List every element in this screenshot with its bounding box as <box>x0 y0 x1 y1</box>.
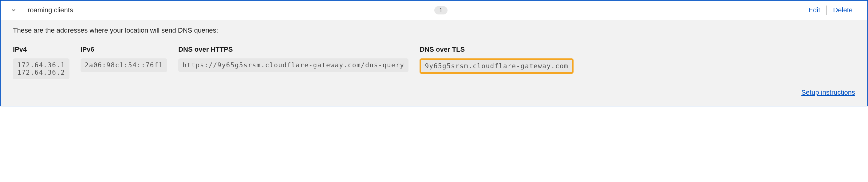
dot-value: 9y65g5srsm.cloudflare-gateway.com <box>420 58 574 74</box>
intro-text: These are the addresses where your locat… <box>13 26 855 34</box>
count-badge: 1 <box>434 6 447 14</box>
dot-column: DNS over TLS 9y65g5srsm.cloudflare-gatew… <box>420 46 574 74</box>
doh-column: DNS over HTTPS https://9y65g5srsm.cloudf… <box>178 46 408 72</box>
ipv4-column: IPv4 172.64.36.1 172.64.36.2 <box>13 46 69 79</box>
ipv6-label: IPv6 <box>81 46 167 54</box>
ipv4-label: IPv4 <box>13 46 69 54</box>
dot-label: DNS over TLS <box>420 46 574 54</box>
location-panel: roaming clients 1 Edit Delete These are … <box>0 0 868 107</box>
panel-header: roaming clients 1 Edit Delete <box>1 1 867 20</box>
delete-button[interactable]: Delete <box>827 6 859 14</box>
dns-columns: IPv4 172.64.36.1 172.64.36.2 IPv6 2a06:9… <box>13 46 855 79</box>
panel-body: These are the addresses where your locat… <box>1 20 867 106</box>
panel-footer: Setup instructions <box>13 89 855 96</box>
chevron-down-icon[interactable] <box>9 6 18 14</box>
doh-label: DNS over HTTPS <box>178 46 408 54</box>
ipv4-value: 172.64.36.1 172.64.36.2 <box>13 58 69 79</box>
ipv6-value: 2a06:98c1:54::76f1 <box>81 58 167 72</box>
location-title: roaming clients <box>28 6 73 14</box>
header-actions: Edit Delete <box>802 5 859 15</box>
setup-instructions-link[interactable]: Setup instructions <box>801 89 855 96</box>
ipv6-column: IPv6 2a06:98c1:54::76f1 <box>81 46 167 72</box>
edit-button[interactable]: Edit <box>802 6 826 14</box>
doh-value: https://9y65g5srsm.cloudflare-gateway.co… <box>178 58 408 72</box>
